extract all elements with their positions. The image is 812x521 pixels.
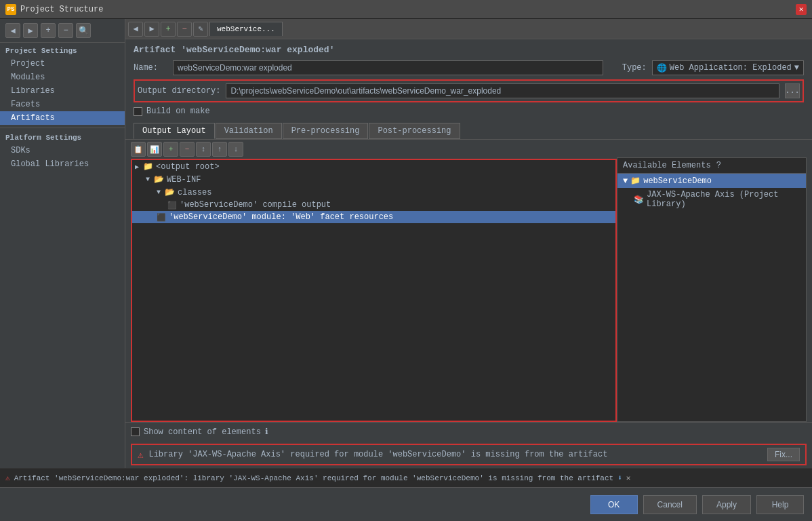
webinf-label: WEB-INF xyxy=(167,175,201,185)
output-dir-label: Output directory: xyxy=(138,86,220,96)
sidebar-nav: ◀ ▶ + − 🔍 xyxy=(0,19,125,43)
module-icon-2: ⬛ xyxy=(157,213,166,222)
content-area: ◀ ▶ + − ✎ webService... Artifact 'webSer… xyxy=(125,19,812,468)
type-icon: 🌐 xyxy=(657,63,667,73)
status-bar: ⚠ Artifact 'webServiceDemo:war exploded'… xyxy=(0,468,812,487)
jaxws-label: JAX-WS-Apache Axis (Project Library) xyxy=(647,190,800,209)
sidebar: ◀ ▶ + − 🔍 Project Settings Project Modul… xyxy=(0,19,125,468)
tab-post-processing[interactable]: Post-processing xyxy=(369,123,460,139)
search-button[interactable]: 🔍 xyxy=(76,23,91,38)
tree-item-classes[interactable]: ▼ 📂 classes xyxy=(132,186,615,199)
add-button[interactable]: + xyxy=(41,23,56,38)
remove-button[interactable]: − xyxy=(58,23,73,38)
show-content-label: Show content of elements xyxy=(144,427,261,437)
available-elements-label: Available Elements xyxy=(623,161,711,170)
output-layout-panel: 📋 📊 + − ↕ ↑ ↓ ▶ 📁 <output root> xyxy=(131,140,617,422)
type-select[interactable]: 🌐 Web Application: Exploded ▼ xyxy=(652,60,804,75)
artifact-title: Artifact 'webServiceDemo:war exploded' xyxy=(125,39,812,58)
available-tree: Available Elements ? ▼ 📁 webServiceDemo … xyxy=(617,157,807,422)
sidebar-item-libraries[interactable]: Libraries xyxy=(0,84,125,98)
build-on-make-row: Build on make xyxy=(134,107,804,116)
module-folder-icon: 📁 xyxy=(630,176,641,186)
layout-tabs: Output Layout Validation Pre-processing … xyxy=(125,123,812,140)
status-download-icon: ⬇ xyxy=(617,474,622,482)
fix-button[interactable]: Fix... xyxy=(767,448,800,461)
warning-icon: ⚠ xyxy=(138,449,143,461)
tab-output-layout[interactable]: Output Layout xyxy=(134,123,215,139)
help-icon[interactable]: ? xyxy=(716,161,721,170)
top-area: ◀ ▶ + − 🔍 Project Settings Project Modul… xyxy=(0,19,812,468)
classes-folder-icon: 📂 xyxy=(165,187,175,197)
sidebar-item-modules[interactable]: Modules xyxy=(0,71,125,84)
forward-button[interactable]: ▶ xyxy=(23,23,38,38)
form-area: Name: Type: 🌐 Web Application: Exploded … xyxy=(125,58,812,123)
output-dir-input[interactable] xyxy=(226,83,779,98)
warning-bar: ⚠ Library 'JAX-WS-Apache Axis' required … xyxy=(131,444,807,465)
sidebar-item-sdks[interactable]: SDKs xyxy=(0,144,125,157)
sidebar-item-artifacts[interactable]: Artifacts xyxy=(0,111,125,125)
ok-button[interactable]: OK xyxy=(590,495,638,514)
copy-btn[interactable]: 📋 xyxy=(131,142,146,157)
sort-btn[interactable]: ↕ xyxy=(196,142,211,157)
content-back-btn[interactable]: ◀ xyxy=(128,22,143,37)
web-facet-label: 'webServiceDemo' module: 'Web' facet res… xyxy=(169,212,393,222)
remove-output-btn[interactable]: − xyxy=(180,142,195,157)
main-container: ◀ ▶ + − 🔍 Project Settings Project Modul… xyxy=(0,19,812,521)
type-label: Type: xyxy=(622,63,647,73)
title-bar: PS Project Structure ✕ xyxy=(0,0,812,19)
show-content-row: Show content of elements ℹ xyxy=(125,422,812,441)
status-close-icon[interactable]: ✕ xyxy=(626,474,631,482)
move-up-btn[interactable]: ↑ xyxy=(212,142,227,157)
classes-label: classes xyxy=(178,188,211,197)
title-bar-text: Project Structure xyxy=(20,5,103,14)
content-forward-btn[interactable]: ▶ xyxy=(144,22,159,37)
available-header: Available Elements ? xyxy=(617,158,806,174)
status-message: Artifact 'webServiceDemo:war exploded': … xyxy=(14,474,614,482)
help-button[interactable]: Help xyxy=(756,495,804,514)
project-settings-header: Project Settings xyxy=(0,43,125,57)
content-add-btn[interactable]: + xyxy=(161,22,176,37)
sidebar-item-facets[interactable]: Facets xyxy=(0,98,125,111)
output-toolbar: 📋 📊 + − ↕ ↑ ↓ xyxy=(131,140,617,159)
move-down-btn[interactable]: ↓ xyxy=(228,142,243,157)
type-arrow-icon: ▼ xyxy=(794,63,799,73)
back-button[interactable]: ◀ xyxy=(5,23,20,38)
chart-btn[interactable]: 📊 xyxy=(147,142,162,157)
content-edit-btn[interactable]: ✎ xyxy=(193,22,208,37)
type-value: Web Application: Exploded xyxy=(670,63,792,73)
tree-item-web-facet[interactable]: ⬛ 'webServiceDemo' module: 'Web' facet r… xyxy=(132,211,615,223)
available-item-webservicedemo[interactable]: ▼ 📁 webServiceDemo xyxy=(617,174,806,188)
available-elements-panel: Available Elements ? ▼ 📁 webServiceDemo … xyxy=(617,140,807,422)
tree-item-compile-output[interactable]: ⬛ 'webServiceDemo' compile output xyxy=(132,199,615,211)
content-remove-btn[interactable]: − xyxy=(177,22,192,37)
root-icon: 📁 xyxy=(143,161,153,172)
build-on-make-checkbox[interactable] xyxy=(134,107,142,116)
webservicedemo-label: webServiceDemo xyxy=(643,176,712,186)
browse-button[interactable]: ... xyxy=(785,83,800,98)
sidebar-item-project[interactable]: Project xyxy=(0,57,125,71)
expand-icon: ▼ xyxy=(623,176,628,186)
tree-item-root[interactable]: ▶ 📁 <output root> xyxy=(132,160,615,173)
bottom-buttons: OK Cancel Apply Help xyxy=(0,487,812,521)
add-output-btn[interactable]: + xyxy=(163,142,178,157)
available-item-jaxws[interactable]: 📚 JAX-WS-Apache Axis (Project Library) xyxy=(617,188,806,211)
sidebar-item-global-libraries[interactable]: Global Libraries xyxy=(0,157,125,171)
compile-output-label: 'webServiceDemo' compile output xyxy=(180,200,331,210)
tab-validation[interactable]: Validation xyxy=(216,123,282,139)
build-on-make-label: Build on make xyxy=(146,107,210,116)
name-input[interactable] xyxy=(173,60,603,75)
platform-settings-header: Platform Settings xyxy=(0,128,125,144)
library-icon: 📚 xyxy=(634,195,644,205)
tab-pre-processing[interactable]: Pre-processing xyxy=(283,123,369,139)
cancel-button[interactable]: Cancel xyxy=(643,495,697,514)
show-content-checkbox[interactable] xyxy=(131,427,140,436)
output-dir-row: Output directory: ... xyxy=(134,79,804,102)
apply-button[interactable]: Apply xyxy=(702,495,751,514)
close-button[interactable]: ✕ xyxy=(796,4,807,15)
folder-icon: 📂 xyxy=(154,174,164,185)
tree-item-webinf[interactable]: ▼ 📂 WEB-INF xyxy=(132,173,615,186)
output-tree: ▶ 📁 <output root> ▼ 📂 WEB-INF ▼ 📂 xyxy=(131,159,617,422)
artifact-tab[interactable]: webService... xyxy=(209,22,283,36)
app-icon: PS xyxy=(5,4,16,15)
root-label: <output root> xyxy=(156,162,220,172)
